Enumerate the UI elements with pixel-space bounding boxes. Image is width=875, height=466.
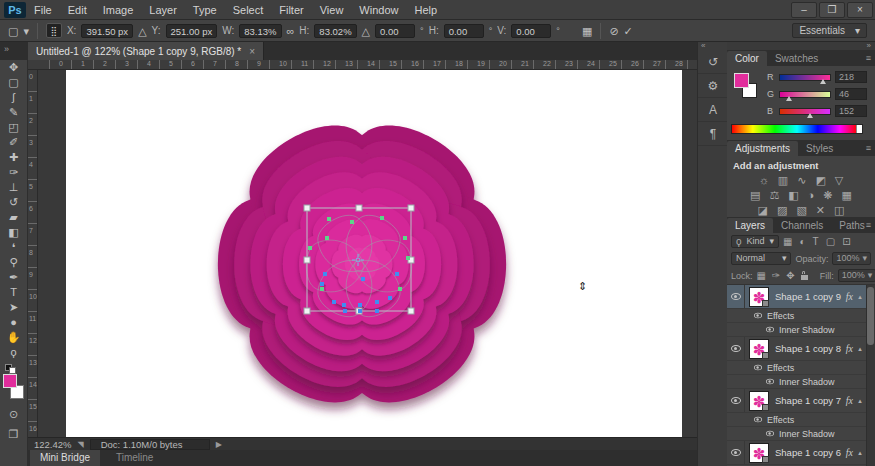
color-balance-icon[interactable]: ⚖ [769,188,779,203]
green-value-field[interactable]: 46 [835,88,867,100]
filter-pixel-layers-icon[interactable]: ▦ [783,236,792,247]
selective-color-icon[interactable]: ✕ [816,203,825,218]
spot-healing-brush-tool[interactable]: ✚ [2,150,26,165]
effects-row[interactable]: Effects [727,309,875,323]
scrollbar-thumb[interactable] [867,287,874,345]
gradient-map-icon[interactable]: ◫ [834,203,844,218]
layer-row[interactable]: ✽ Shape 1 copy 6 fx ▴ [727,441,875,465]
fill-dropdown[interactable]: 100% ▾ [838,269,875,282]
eye-icon[interactable] [754,313,762,319]
eye-icon[interactable] [754,417,762,423]
eyedropper-tool[interactable]: ✐ [2,135,26,150]
layer-thumbnail[interactable]: ✽ [749,391,769,411]
fx-badge[interactable]: fx [846,447,853,458]
panel-menu-icon[interactable]: ≡ [866,220,871,230]
layer-thumbnail[interactable]: ✽ [749,339,769,359]
vibrance-icon[interactable]: ▽ [835,173,843,188]
layer-name[interactable]: Shape 1 copy 8 [775,343,846,354]
tab-swatches[interactable]: Swatches [767,51,826,66]
minimize-button[interactable]: – [791,2,817,18]
visibility-toggle[interactable] [727,441,745,464]
menu-image[interactable]: Image [103,4,134,16]
filter-smart-objects-icon[interactable]: ⊡ [842,236,850,247]
maintain-aspect-ratio-icon[interactable]: ∞ [287,24,295,38]
horizontal-ruler[interactable]: 0123456789101112131415161718192021222324… [28,60,697,70]
collapse-effects-icon[interactable]: ▴ [855,293,865,301]
document-size-info[interactable]: Doc: 1.10M/0 bytes [90,439,210,450]
exposure-icon[interactable]: ◩ [815,173,825,188]
zoom-level-field[interactable]: 122.42% [28,439,78,450]
curves-icon[interactable]: ∿ [797,173,806,188]
tab-channels[interactable]: Channels [773,218,831,233]
dodge-tool[interactable]: ⚲ [2,255,26,270]
h-skew-input[interactable]: 0.00 [444,24,484,38]
warp-mode-toggle-icon[interactable]: ▦ [582,24,592,38]
fx-badge[interactable]: fx [846,291,853,302]
green-slider-thumb[interactable] [786,96,792,101]
threshold-icon[interactable]: ▧ [796,203,806,218]
x-input[interactable]: 391.50 px [81,24,133,38]
color-spectrum-ramp[interactable] [731,124,863,134]
path-selection-tool[interactable]: ➤ [2,300,26,315]
filter-shape-layers-icon[interactable]: ▢ [826,236,835,247]
eye-icon[interactable] [754,365,762,371]
inner-shadow-row[interactable]: Inner Shadow [727,323,875,337]
visibility-toggle[interactable] [727,337,745,360]
black-white-icon[interactable]: ◧ [788,188,798,203]
gradient-tool[interactable]: ◧ [2,225,26,240]
tab-mini-bridge[interactable]: Mini Bridge [30,450,100,466]
photo-filter-icon[interactable]: ◑ [808,188,815,203]
layer-row[interactable]: ✽ Shape 1 copy 8 fx ▴ [727,337,875,361]
ellipse-tool[interactable]: ● [2,315,26,330]
status-options-arrow[interactable]: ▶ [216,440,222,449]
layer-row[interactable]: ✽ Shape 1 copy 7 fx ▴ [727,389,875,413]
channel-mixer-icon[interactable]: ❋ [823,188,832,203]
clone-stamp-tool[interactable]: ⊥ [2,180,26,195]
layer-filter-kind-dropdown[interactable]: ϙ Kind ▾ [731,235,779,248]
fx-badge[interactable]: fx [846,343,853,354]
menu-view[interactable]: View [320,4,344,16]
menu-type[interactable]: Type [193,4,217,16]
effects-row[interactable]: Effects [727,413,875,427]
lock-all-icon[interactable] [801,275,808,280]
menu-select[interactable]: Select [233,4,264,16]
width-input[interactable]: 83.13% [239,24,281,38]
cancel-transform-button[interactable]: ⊘ [609,24,618,38]
layer-name[interactable]: Shape 1 copy 9 [775,291,846,302]
lock-transparent-pixels-icon[interactable]: ▦ [757,270,766,281]
lock-image-pixels-icon[interactable]: ✑ [772,270,780,281]
layers-scrollbar[interactable] [866,285,875,466]
red-slider-thumb[interactable] [820,79,826,84]
red-slider[interactable] [779,74,831,81]
invert-icon[interactable]: ◪ [758,203,768,218]
color-lookup-icon[interactable]: ▦ [842,188,852,203]
lock-position-icon[interactable]: ✥ [786,270,794,281]
layer-thumbnail[interactable]: ✽ [749,287,769,307]
tool-preset-dropdown-icon[interactable]: ▾ [23,24,29,38]
pen-tool[interactable]: ✒ [2,270,26,285]
blend-mode-dropdown[interactable]: Normal ▾ [731,252,791,265]
green-slider[interactable] [779,91,831,98]
brightness-contrast-icon[interactable]: ☼ [759,173,769,188]
workspace-switcher[interactable]: Essentials ▾ [792,23,867,38]
collapse-effects-icon[interactable]: ▴ [855,449,865,457]
foreground-color-swatch[interactable] [3,374,17,388]
dock-collapse-button[interactable]: « [698,42,727,50]
brush-tool[interactable]: ✑ [2,165,26,180]
restore-button[interactable]: ❐ [819,2,845,18]
blue-value-field[interactable]: 152 [835,105,867,117]
filter-adjustment-layers-icon[interactable]: ◐ [800,236,806,247]
quick-mask-button[interactable]: ⊙ [2,406,26,422]
filter-type-layers-icon[interactable]: T [813,236,819,247]
eye-icon[interactable] [766,431,774,437]
hue-saturation-icon[interactable]: ▤ [750,188,760,203]
menu-window[interactable]: Window [359,4,398,16]
inner-shadow-row[interactable]: Inner Shadow [727,427,875,441]
history-panel-button[interactable]: ↺ [698,50,728,74]
collapse-effects-icon[interactable]: ▴ [855,397,865,405]
close-button[interactable]: × [847,2,873,18]
red-value-field[interactable]: 218 [835,71,867,83]
panel-menu-icon[interactable]: ≡ [866,53,871,63]
canvas[interactable]: ⇕ [66,70,682,437]
blur-tool[interactable]: ❛ [2,240,26,255]
